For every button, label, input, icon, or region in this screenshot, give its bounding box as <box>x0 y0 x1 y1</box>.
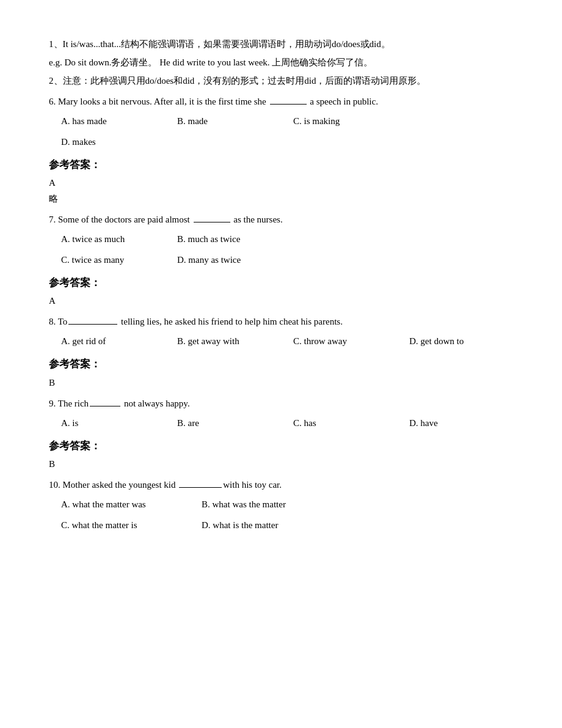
answer-9-value: B <box>49 457 513 471</box>
question-9-options-row1: A. is B. are C. has D. have <box>61 416 513 433</box>
q9-option-c: C. has <box>293 416 391 430</box>
q6-option-d: D. makes <box>61 134 159 149</box>
blank-8 <box>68 324 117 325</box>
answer-7-value: A <box>49 293 513 308</box>
question-10: 10. Mother asked the youngest kid with h… <box>49 477 513 535</box>
question-6-options-row2: D. makes <box>61 134 513 152</box>
question-6: 6. Mary looks a bit nervous. After all, … <box>49 94 513 206</box>
q8-option-d: D. get down to <box>409 334 507 348</box>
blank-10 <box>179 487 222 488</box>
question-10-options-row2: C. what the matter is D. what is the mat… <box>61 518 513 535</box>
question-10-text: 10. Mother asked the youngest kid with h… <box>49 477 513 492</box>
q10-option-b: B. what was the matter <box>202 497 324 512</box>
blank-7 <box>194 222 230 222</box>
answer-9-label: 参考答案： <box>49 438 513 454</box>
answer-6-label: 参考答案： <box>49 156 513 173</box>
q6-option-a: A. has made <box>61 114 159 128</box>
question-8-options-row1: A. get rid of B. get away with C. throw … <box>61 334 513 351</box>
question-7: 7. Some of the doctors are paid almost a… <box>49 212 513 308</box>
q10-option-a: A. what the matter was <box>61 497 183 512</box>
q8-option-a: A. get rid of <box>61 334 159 348</box>
q8-option-b: B. get away with <box>177 334 275 348</box>
q10-option-c: C. what the matter is <box>61 518 183 532</box>
q6-option-c: C. is making <box>293 114 391 128</box>
note-1: 1、It is/was...that...结构不能强调谓语，如果需要强调谓语时，… <box>49 37 513 51</box>
question-7-text: 7. Some of the doctors are paid almost a… <box>49 212 513 227</box>
question-9-text: 9. The rich not always happy. <box>49 396 513 411</box>
q7-option-d: D. many as twice <box>177 252 275 267</box>
blank-9 <box>90 406 120 406</box>
question-8: 8. To telling lies, he asked his friend … <box>49 314 513 389</box>
q7-option-a: A. twice as much <box>61 232 159 246</box>
q9-option-a: A. is <box>61 416 159 430</box>
question-7-options-row1: A. twice as much B. much as twice <box>61 232 513 249</box>
answer-6-value: A <box>49 175 513 190</box>
answer-6-note: 略 <box>49 191 513 206</box>
answer-8-label: 参考答案： <box>49 356 513 372</box>
question-10-options-row1: A. what the matter was B. what was the m… <box>61 497 513 514</box>
q8-option-c: C. throw away <box>293 334 391 348</box>
q10-option-d: D. what is the matter <box>202 518 324 532</box>
q7-option-c: C. twice as many <box>61 252 159 267</box>
q7-option-b: B. much as twice <box>177 232 275 246</box>
page-content: 1、It is/was...that...结构不能强调谓语，如果需要强调谓语时，… <box>49 37 513 535</box>
answer-8-value: B <box>49 375 513 390</box>
notes-section: 1、It is/was...that...结构不能强调谓语，如果需要强调谓语时，… <box>49 37 513 88</box>
answer-7-label: 参考答案： <box>49 274 513 291</box>
q9-option-b: B. are <box>177 416 275 430</box>
note-2: e.g. Do sit down.务必请坐。 He did write to y… <box>49 55 513 70</box>
question-8-text: 8. To telling lies, he asked his friend … <box>49 314 513 329</box>
q6-option-b: B. made <box>177 114 275 128</box>
note-3: 2、注意：此种强调只用do/does和did，没有别的形式；过去时用did，后面… <box>49 73 513 88</box>
q9-option-d: D. have <box>409 416 507 430</box>
blank-6 <box>270 104 307 105</box>
question-7-options-row2: C. twice as many D. many as twice <box>61 252 513 270</box>
question-6-options: A. has made B. made C. is making <box>61 114 513 131</box>
question-6-text: 6. Mary looks a bit nervous. After all, … <box>49 94 513 109</box>
question-9: 9. The rich not always happy. A. is B. a… <box>49 396 513 471</box>
